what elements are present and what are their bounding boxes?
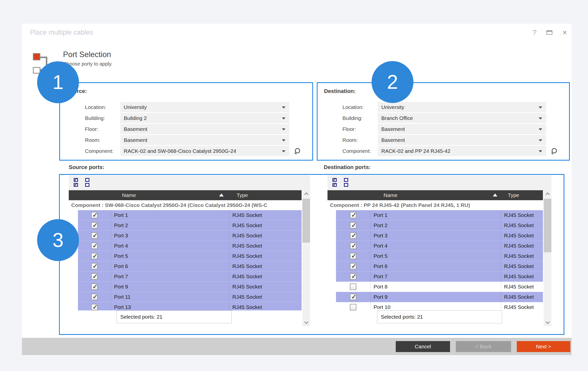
name-column-header[interactable]: Name — [384, 192, 397, 198]
port-checkbox[interactable] — [91, 273, 98, 280]
port-row[interactable]: Port 4 RJ45 Socket — [336, 241, 543, 251]
vertical-scrollbar[interactable] — [302, 190, 310, 326]
maximize-icon[interactable] — [546, 30, 552, 35]
port-checkbox[interactable] — [350, 212, 356, 218]
port-checkbox[interactable] — [350, 253, 356, 259]
search-icon[interactable] — [551, 148, 557, 154]
port-row[interactable]: Port 2 RJ45 Socket — [336, 220, 543, 231]
checkbox-cell — [336, 232, 370, 239]
dropdown-field[interactable]: RACK-02 and PP 24 RJ45-42 — [378, 146, 546, 156]
port-row[interactable]: Port 9 RJ45 Socket — [78, 282, 302, 292]
scroll-down-icon[interactable] — [304, 320, 308, 324]
port-row[interactable]: Port 10 RJ45 Socket — [336, 302, 543, 310]
port-name-cell: Port 11 — [111, 292, 229, 302]
field-label: Floor: — [85, 126, 120, 132]
dropdown-field[interactable]: Basement — [378, 124, 546, 134]
dropdown-field[interactable]: University — [120, 102, 289, 112]
scroll-up-icon[interactable] — [304, 192, 308, 197]
unchecked-box-glyph — [85, 178, 89, 182]
destination-table-header: Name Type — [327, 190, 543, 200]
port-checkbox[interactable] — [91, 222, 98, 229]
dropdown-field[interactable]: Basement — [378, 135, 546, 145]
port-row[interactable]: Port 3 RJ45 Socket — [78, 231, 302, 241]
port-type-cell: RJ45 Socket — [501, 241, 543, 251]
port-checkbox[interactable] — [350, 304, 356, 310]
port-row[interactable]: Port 1 RJ45 Socket — [78, 210, 302, 220]
port-row[interactable]: Port 11 RJ45 Socket — [78, 292, 302, 302]
destination-component-group-row: Component : PP 24 RJ45-42 (Patch Panel 2… — [327, 200, 543, 210]
port-row[interactable]: Port 13 RJ45 Socket — [78, 302, 302, 310]
port-name-cell: Port 6 — [111, 261, 229, 271]
deselect-all-icon[interactable] — [344, 178, 348, 187]
destination-ports-toolbar — [327, 175, 551, 190]
port-row[interactable]: Port 4 RJ45 Socket — [78, 241, 302, 251]
port-checkbox[interactable] — [91, 294, 98, 300]
port-name-cell: Port 7 — [111, 272, 229, 281]
dropdown-field[interactable]: University — [378, 102, 546, 112]
port-row[interactable]: Port 6 RJ45 Socket — [336, 261, 543, 272]
port-checkbox[interactable] — [350, 222, 356, 229]
checkbox-cell — [336, 283, 370, 290]
port-checkbox[interactable] — [91, 263, 98, 270]
help-icon[interactable]: ? — [532, 28, 537, 37]
type-column-header[interactable]: Type — [237, 192, 248, 198]
name-column-header[interactable]: Name — [122, 192, 136, 198]
port-checkbox[interactable] — [350, 283, 356, 290]
port-checkbox[interactable] — [91, 283, 98, 290]
back-button[interactable]: < Back — [456, 341, 511, 352]
port-checkbox[interactable] — [350, 232, 356, 239]
port-checkbox[interactable] — [350, 273, 356, 280]
checkbox-cell — [336, 253, 370, 259]
port-row[interactable]: Port 7 RJ45 Socket — [336, 272, 543, 282]
port-type-cell: RJ45 Socket — [229, 231, 302, 241]
port-row[interactable]: Port 8 RJ45 Socket — [336, 282, 543, 292]
source-table-header: Name Type — [69, 190, 302, 200]
close-icon[interactable]: × — [562, 30, 567, 35]
cancel-button[interactable]: Cancel — [396, 341, 450, 352]
port-name-cell: Port 6 — [370, 261, 501, 271]
select-all-icon[interactable] — [332, 178, 337, 187]
port-row[interactable]: Port 2 RJ45 Socket — [78, 220, 302, 231]
port-checkbox[interactable] — [91, 304, 98, 310]
port-checkbox[interactable] — [91, 232, 98, 239]
port-row[interactable]: Port 9 RJ45 Socket — [336, 292, 543, 302]
checkbox-cell — [78, 263, 111, 270]
port-row[interactable]: Port 6 RJ45 Socket — [78, 261, 302, 272]
port-name-cell: Port 10 — [370, 302, 501, 310]
port-checkbox[interactable] — [91, 212, 98, 218]
type-column-header[interactable]: Type — [508, 192, 519, 198]
port-row[interactable]: Port 5 RJ45 Socket — [78, 251, 302, 261]
scrollbar-thumb[interactable] — [302, 199, 310, 243]
dropdown-field[interactable]: Branch Office — [378, 113, 546, 123]
scroll-up-icon[interactable] — [545, 192, 550, 197]
ports-selection-box: Name Type Component : SW-068-Cisco Catal… — [59, 174, 564, 335]
dropdown-field[interactable]: RACK-02 and SW-068-Cisco Catalyst 2950G-… — [120, 146, 289, 156]
port-checkbox[interactable] — [91, 253, 98, 259]
scroll-down-icon[interactable] — [545, 320, 550, 324]
sort-ascending-icon[interactable] — [219, 193, 224, 196]
unchecked-box-glyph — [344, 183, 348, 187]
dropdown-field[interactable]: Basement — [120, 135, 289, 145]
checkbox-cell — [78, 273, 111, 280]
dropdown-field[interactable]: Basement — [120, 124, 289, 134]
vertical-scrollbar[interactable] — [544, 190, 551, 326]
active-step-square — [33, 53, 40, 60]
port-row[interactable]: Port 7 RJ45 Socket — [78, 272, 302, 282]
port-row[interactable]: Port 1 RJ45 Socket — [336, 210, 543, 220]
port-name-cell: Port 2 — [111, 220, 229, 230]
deselect-all-icon[interactable] — [85, 178, 89, 187]
port-checkbox[interactable] — [350, 294, 356, 300]
dropdown-value: Basement — [120, 126, 147, 132]
port-checkbox[interactable] — [350, 243, 356, 249]
port-row[interactable]: Port 3 RJ45 Socket — [336, 231, 543, 241]
select-all-icon[interactable] — [74, 178, 78, 187]
port-checkbox[interactable] — [350, 263, 356, 270]
checkbox-cell — [78, 304, 111, 310]
next-button[interactable]: Next > — [517, 341, 570, 352]
dropdown-field[interactable]: Building 2 — [120, 113, 289, 123]
port-row[interactable]: Port 5 RJ45 Socket — [336, 251, 543, 261]
search-icon[interactable] — [294, 148, 300, 154]
sort-ascending-icon[interactable] — [493, 193, 497, 196]
scrollbar-thumb[interactable] — [544, 199, 551, 252]
port-checkbox[interactable] — [91, 243, 98, 249]
